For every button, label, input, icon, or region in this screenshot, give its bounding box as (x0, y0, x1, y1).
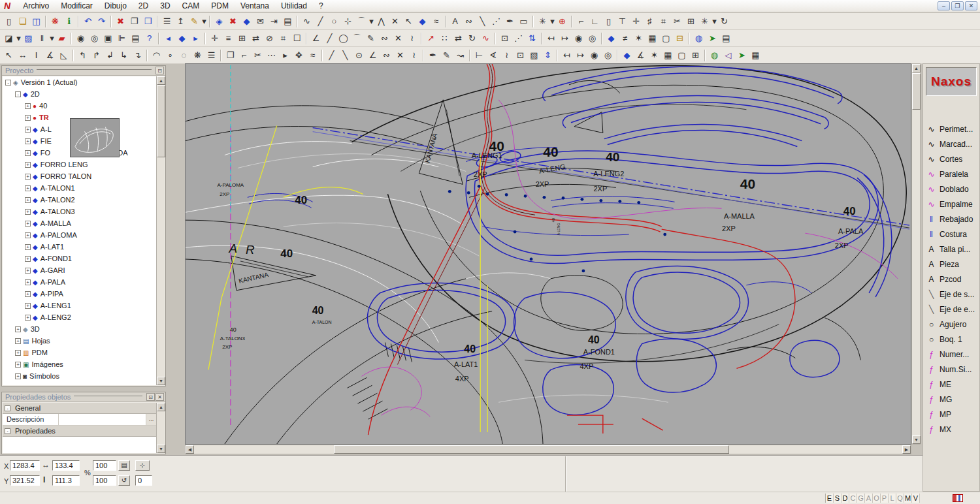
canvas-vertical-scrollbar[interactable]: ▲ ▼ (911, 63, 921, 445)
grading-point[interactable] (486, 193, 489, 196)
expand-box[interactable]: + (25, 138, 31, 144)
menu-3d[interactable]: 3D (154, 0, 176, 12)
frame-mode-icon[interactable]: ▦ (661, 49, 675, 62)
grading-point[interactable] (562, 197, 565, 200)
mode-button-p[interactable]: P (881, 494, 889, 503)
tool-talla-pi[interactable]: ATalla pi... (924, 242, 979, 257)
tree-item-a-talon2[interactable]: +◆A-TALON2 (3, 194, 156, 206)
zoom-minus-icon[interactable]: ◎ (585, 32, 599, 45)
pen-curve-icon[interactable]: ∾ (380, 49, 393, 62)
pencil-dropdown-icon[interactable]: ▾ (201, 15, 207, 28)
menu-modificar[interactable]: Modificar (55, 0, 99, 12)
maximize-button[interactable]: ❐ (951, 1, 964, 10)
y-coordinate-input[interactable]: 321.52 (10, 475, 40, 486)
checkbox-icon[interactable]: ☐ (290, 32, 304, 45)
prev-piece-icon[interactable]: ◂ (161, 32, 175, 45)
mode-button-o[interactable]: O (873, 494, 881, 503)
tool-mx[interactable]: ƒMX (924, 422, 979, 437)
expand-box[interactable]: + (25, 279, 31, 285)
property-value-input[interactable] (59, 414, 146, 425)
circle-icon[interactable]: ○ (327, 15, 341, 28)
expand-box[interactable]: + (15, 338, 21, 344)
collapse-box[interactable]: - (5, 428, 10, 434)
speaker-icon[interactable]: ◁ (721, 49, 735, 62)
grading-point[interactable] (618, 200, 621, 203)
pen-smooth-icon[interactable]: ≀ (407, 49, 421, 62)
tool-doblado[interactable]: ∿Doblado (924, 181, 979, 197)
menu-utilidad[interactable]: Utilidad (275, 0, 313, 12)
open-folder-icon[interactable]: ❏ (16, 15, 29, 28)
properties-section-general[interactable]: -General (3, 403, 156, 414)
clipboard-box-icon[interactable]: ⊡ (498, 32, 512, 45)
menu-2d[interactable]: 2D (133, 0, 154, 12)
wave-small-icon[interactable]: ≀ (500, 49, 514, 62)
mode-button-a[interactable]: A (865, 494, 873, 503)
menu-dibujo[interactable]: Dibujo (99, 0, 133, 12)
expand-box[interactable]: + (25, 244, 31, 250)
snowflake-icon[interactable]: ❋ (191, 49, 204, 62)
width-measure-icon[interactable]: ↔ (16, 49, 29, 62)
tree-item-forro-leng[interactable]: +◆FORRO LENG (3, 159, 156, 170)
tree-item-a-lat1[interactable]: +◆A-LAT1 (3, 241, 156, 253)
select-piece-icon[interactable]: ◆ (240, 15, 253, 28)
scroll-up-icon[interactable]: ▲ (912, 64, 921, 72)
tool-numer[interactable]: ƒNumer... (924, 347, 979, 362)
grading-point[interactable] (637, 201, 640, 204)
overlap-box-icon[interactable]: ⊡ (514, 49, 527, 62)
zoom-a-icon[interactable]: ◉ (587, 49, 601, 62)
freehand-icon[interactable]: ∾ (462, 15, 476, 28)
star-dropdown-icon[interactable]: ▾ (711, 15, 717, 28)
arc-down-icon[interactable]: ↴ (131, 49, 144, 62)
properties-scrollbar[interactable]: ▲ ▼ (156, 403, 165, 453)
grading-point[interactable] (505, 193, 508, 197)
refresh-icon[interactable]: ↻ (717, 15, 731, 28)
expand-box[interactable]: + (25, 315, 31, 321)
tree-item-a-talon3[interactable]: +◆A-TALON3 (3, 206, 156, 217)
not-equal-icon[interactable]: ≠ (618, 32, 632, 45)
align-icon[interactable]: ≡ (221, 32, 235, 45)
piece-select-icon[interactable]: ◆ (604, 32, 618, 45)
scroll-up-icon[interactable]: ▲ (157, 76, 165, 85)
text-icon[interactable]: A (448, 15, 462, 28)
view-mode-icon[interactable]: ◪ (2, 32, 16, 45)
print-icon[interactable]: ▤ (129, 32, 142, 45)
tool-mp[interactable]: ƒMP (924, 407, 979, 422)
x-coordinate-input[interactable]: 1283.4 (10, 460, 40, 471)
ruler-icon[interactable]: ⊫ (115, 32, 129, 45)
tool-cortes[interactable]: ∿Cortes (924, 151, 979, 166)
tool-perimet[interactable]: ∿Perimet... (924, 121, 979, 136)
hatch-fill-icon[interactable]: ▨ (22, 32, 35, 45)
curve-icon[interactable]: ∿ (300, 15, 314, 28)
pencil2-icon[interactable]: ✎ (440, 49, 453, 62)
angle-tool-icon[interactable]: ∠ (309, 32, 323, 45)
arc-sw-icon[interactable]: ↳ (117, 49, 131, 62)
smooth-icon[interactable]: ≀ (405, 32, 419, 45)
polyline-icon[interactable]: ⋀ (374, 15, 388, 28)
blob-icon[interactable]: ◌ (177, 49, 191, 62)
save-icon[interactable]: ◫ (29, 15, 43, 28)
box-mode-icon[interactable]: ⊞ (689, 49, 702, 62)
monitor-icon[interactable]: ▢ (659, 32, 673, 45)
zoom-plus-icon[interactable]: ◉ (572, 32, 585, 45)
zoom-in-icon[interactable]: ◉ (74, 32, 88, 45)
star-icon[interactable]: ✳ (698, 15, 711, 28)
dots-diagonal-icon[interactable]: ⋰ (512, 32, 525, 45)
expand-box[interactable]: + (15, 373, 21, 379)
scroll-thumb[interactable] (157, 86, 165, 157)
angle-measure-icon[interactable]: ∡ (43, 49, 57, 62)
tree-item-a-paloma[interactable]: +◆A-PALOMA (3, 229, 156, 241)
arrow-up-right-icon[interactable]: ↗ (424, 32, 438, 45)
grid2-icon[interactable]: ▦ (749, 49, 762, 62)
expand-box[interactable]: + (25, 268, 31, 274)
tree-item-a-talon1[interactable]: +◆A-TALON1 (3, 182, 156, 194)
continue-dots-icon[interactable]: ⋯ (265, 49, 278, 62)
properties-section-propiedades[interactable]: -Propiedades (3, 426, 156, 437)
mode-button-q[interactable]: Q (896, 494, 904, 503)
tree-item-a-malla[interactable]: +◆A-MALLA (3, 217, 156, 229)
expand-box[interactable]: + (25, 162, 31, 168)
tool-boq-1[interactable]: ○Boq. 1 (924, 332, 979, 347)
arc-se-icon[interactable]: ↲ (103, 49, 117, 62)
grading-point[interactable] (514, 230, 517, 234)
tool-eje-de-e[interactable]: ╲Eje de e... (924, 302, 979, 317)
play-icon[interactable]: ▸ (278, 49, 292, 62)
